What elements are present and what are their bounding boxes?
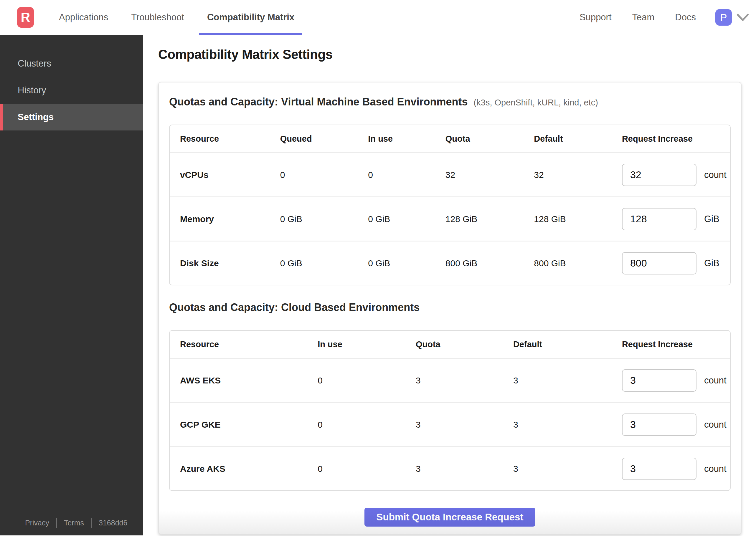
queued-cell: 0 [280, 170, 368, 180]
inuse-cell: 0 [368, 170, 445, 180]
sidebar-footer: Privacy Terms 3168dd6 [0, 518, 143, 535]
logo-letter: R [21, 10, 30, 25]
unit-label: GiB [704, 258, 719, 269]
default-cell: 3 [513, 420, 622, 430]
default-cell: 3 [513, 464, 622, 474]
inuse-cell: 0 [318, 464, 416, 474]
nav-tab-compatibility-matrix[interactable]: Compatibility Matrix [199, 0, 302, 35]
quota-cell: 3 [416, 420, 513, 430]
unit-label: count [704, 170, 727, 180]
sidebar-item-history[interactable]: History [0, 77, 143, 104]
table-row-azure-aks: Azure AKS 0 3 3 count [170, 446, 730, 490]
column-header-resource: Resource [170, 134, 280, 144]
resource-cell: vCPUs [170, 170, 280, 180]
quota-cell: 128 GiB [445, 214, 534, 224]
table-row-vcpus: vCPUs 0 0 32 32 count [170, 152, 730, 196]
sidebar-nav: Clusters History Settings [0, 50, 143, 130]
resource-cell: AWS EKS [170, 376, 318, 385]
resource-cell: Azure AKS [170, 464, 318, 474]
nav-link-team[interactable]: Team [632, 12, 655, 23]
replicated-logo[interactable]: R [17, 7, 34, 28]
table-row-disk-size: Disk Size 0 GiB 0 GiB 800 GiB 800 GiB Gi… [170, 241, 730, 285]
column-header-quota: Quota [416, 340, 513, 349]
inuse-cell: 0 GiB [368, 258, 445, 268]
main-content: Compatibility Matrix Settings Quotas and… [143, 35, 756, 535]
memory-request-input[interactable] [622, 208, 697, 230]
sidebar-item-clusters[interactable]: Clusters [0, 50, 143, 77]
table-header-row: Resource Queued In use Quota Default Req… [170, 125, 730, 152]
section-title-cloud: Quotas and Capacity: Cloud Based Environ… [169, 301, 731, 314]
default-cell: 3 [513, 376, 622, 385]
resource-cell: GCP GKE [170, 420, 318, 430]
column-header-quota: Quota [445, 134, 534, 144]
resource-cell: Disk Size [170, 258, 280, 268]
aws-eks-request-input[interactable] [622, 369, 697, 392]
avatar-initial: P [720, 12, 727, 23]
nav-tab-applications[interactable]: Applications [51, 0, 116, 35]
terms-link[interactable]: Terms [64, 519, 84, 527]
disk-size-request-input[interactable] [622, 252, 697, 275]
column-header-resource: Resource [170, 340, 318, 349]
gcp-gke-request-input[interactable] [622, 414, 697, 436]
unit-label: count [704, 375, 727, 386]
unit-label: count [704, 463, 727, 474]
default-cell: 800 GiB [534, 258, 622, 268]
privacy-link[interactable]: Privacy [25, 519, 49, 527]
sidebar-item-settings[interactable]: Settings [0, 104, 143, 130]
vm-quota-table: Resource Queued In use Quota Default Req… [169, 124, 731, 285]
cloud-quota-table: Resource In use Quota Default Request In… [169, 330, 731, 491]
quota-cell: 3 [416, 464, 513, 474]
page-title: Compatibility Matrix Settings [158, 47, 741, 62]
section-subtitle-vm: (k3s, OpenShift, kURL, kind, etc) [474, 98, 598, 107]
quota-cell: 32 [445, 170, 534, 180]
inuse-cell: 0 [318, 376, 416, 385]
column-header-queued: Queued [280, 134, 368, 144]
inuse-cell: 0 [318, 420, 416, 430]
table-header-row: Resource In use Quota Default Request In… [170, 331, 730, 358]
footer-divider [56, 518, 57, 528]
column-header-default: Default [534, 134, 622, 144]
vcpus-request-input[interactable] [622, 164, 697, 186]
table-row-memory: Memory 0 GiB 0 GiB 128 GiB 128 GiB GiB [170, 196, 730, 241]
quota-settings-card: Quotas and Capacity: Virtual Machine Bas… [158, 82, 741, 535]
section-title-cloud-text: Quotas and Capacity: Cloud Based Environ… [169, 301, 420, 313]
queued-cell: 0 GiB [280, 258, 368, 268]
unit-label: count [704, 419, 727, 430]
queued-cell: 0 GiB [280, 214, 368, 224]
sidebar: Clusters History Settings Privacy Terms … [0, 35, 143, 535]
resource-cell: Memory [170, 214, 280, 224]
nav-left: R Applications Troubleshoot Compatibilit… [0, 0, 302, 35]
nav-link-docs[interactable]: Docs [675, 12, 696, 23]
quota-cell: 800 GiB [445, 258, 534, 268]
inuse-cell: 0 GiB [368, 214, 445, 224]
nav-tab-troubleshoot[interactable]: Troubleshoot [123, 0, 192, 35]
table-row-aws-eks: AWS EKS 0 3 3 count [170, 358, 730, 402]
unit-label: GiB [704, 214, 719, 224]
build-id: 3168dd6 [99, 519, 127, 527]
column-header-request-increase: Request Increase [622, 134, 730, 144]
user-avatar[interactable]: P [715, 9, 732, 26]
footer-divider [91, 518, 92, 528]
submit-button-row: Submit Quota Increase Request [169, 508, 731, 526]
column-header-inuse: In use [318, 340, 416, 349]
default-cell: 128 GiB [534, 214, 622, 224]
submit-quota-increase-button[interactable]: Submit Quota Increase Request [364, 508, 535, 526]
nav-link-support[interactable]: Support [579, 12, 612, 23]
nav-right: Support Team Docs P [579, 9, 749, 26]
column-header-inuse: In use [368, 134, 445, 144]
section-title-vm: Quotas and Capacity: Virtual Machine Bas… [169, 96, 731, 108]
column-header-request-increase: Request Increase [622, 340, 730, 349]
default-cell: 32 [534, 170, 622, 180]
section-title-vm-text: Quotas and Capacity: Virtual Machine Bas… [169, 96, 468, 108]
chevron-down-icon[interactable] [736, 13, 749, 22]
table-row-gcp-gke: GCP GKE 0 3 3 count [170, 402, 730, 446]
primary-nav-tabs: Applications Troubleshoot Compatibility … [51, 0, 302, 35]
azure-aks-request-input[interactable] [622, 458, 697, 480]
quota-cell: 3 [416, 376, 513, 385]
column-header-default: Default [513, 340, 622, 349]
top-nav: R Applications Troubleshoot Compatibilit… [0, 0, 756, 35]
